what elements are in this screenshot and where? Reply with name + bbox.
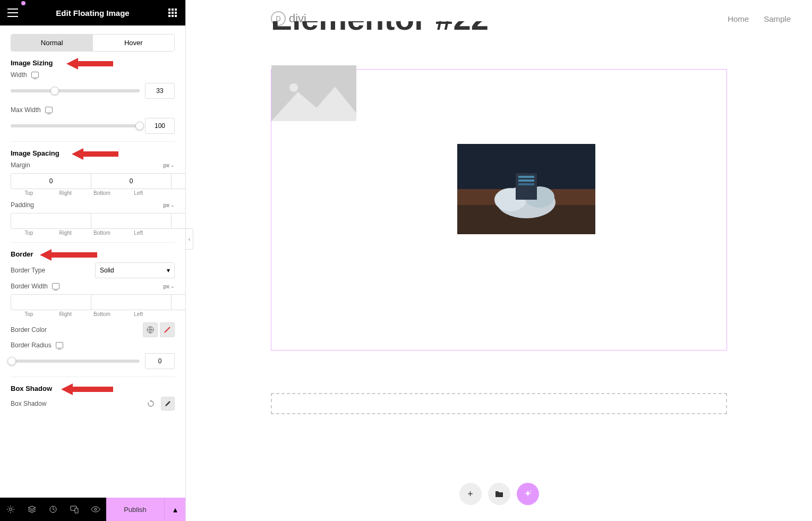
- border-width-inputs: [11, 294, 175, 310]
- panel-body[interactable]: Normal Hover Image Sizing Width Max Widt…: [0, 25, 185, 498]
- border-type-select[interactable]: Solid▾: [95, 262, 175, 278]
- section-image-spacing: Image Spacing: [11, 149, 175, 157]
- svg-rect-18: [75, 508, 78, 513]
- padding-bottom[interactable]: [171, 213, 185, 229]
- tab-hover[interactable]: Hover: [93, 35, 175, 51]
- padding-label: Padding: [11, 201, 34, 209]
- reset-icon[interactable]: [144, 397, 158, 411]
- svg-marker-11: [40, 249, 97, 261]
- state-tabs: Normal Hover: [11, 34, 175, 52]
- margin-label: Margin: [11, 161, 30, 169]
- responsive-icon[interactable]: [45, 107, 53, 113]
- radius-slider[interactable]: [11, 360, 140, 363]
- nav-sample[interactable]: Sample: [764, 14, 791, 23]
- svg-line-13: [165, 327, 170, 332]
- svg-rect-2: [175, 8, 177, 11]
- arrow-annotation: [72, 147, 119, 161]
- margin-top[interactable]: [11, 173, 91, 189]
- margin-unit[interactable]: px⌄: [163, 162, 175, 168]
- padding-inputs: [11, 213, 175, 229]
- arrow-annotation: [40, 248, 98, 262]
- section-image-sizing: Image Sizing: [11, 59, 175, 67]
- sidebar-footer: Publish ▴: [0, 498, 185, 521]
- svg-marker-14: [61, 383, 113, 395]
- box-shadow-label: Box Shadow: [11, 400, 46, 407]
- svg-point-21: [289, 83, 298, 92]
- collapse-handle[interactable]: ‹: [186, 228, 193, 250]
- add-section-icon[interactable]: +: [459, 483, 482, 505]
- svg-rect-29: [518, 176, 534, 178]
- apps-icon[interactable]: [166, 6, 179, 19]
- elementor-section[interactable]: [271, 69, 727, 351]
- globe-icon[interactable]: [143, 322, 158, 337]
- svg-rect-30: [518, 180, 534, 182]
- svg-rect-7: [172, 15, 174, 17]
- panel-title: Edit Floating Image: [56, 8, 129, 18]
- menu-icon[interactable]: [6, 6, 19, 19]
- border-width-unit[interactable]: px⌄: [163, 283, 175, 289]
- padding-top[interactable]: [11, 213, 91, 229]
- padding-right[interactable]: [91, 213, 172, 229]
- tab-normal[interactable]: Normal: [11, 35, 93, 51]
- bw-top[interactable]: [11, 294, 91, 310]
- border-color-label: Border Color: [11, 326, 47, 334]
- empty-section[interactable]: [271, 393, 727, 414]
- section-label: Image Sizing: [11, 59, 53, 67]
- responsive-mode-icon[interactable]: [64, 498, 85, 521]
- maxwidth-slider[interactable]: [11, 124, 140, 127]
- border-radius-label: Border Radius: [11, 341, 63, 349]
- section-label: Border: [11, 250, 33, 258]
- svg-rect-5: [175, 12, 177, 14]
- floating-image[interactable]: [457, 144, 595, 234]
- svg-point-19: [95, 508, 97, 510]
- publish-button[interactable]: Publish: [106, 498, 164, 521]
- elementor-sidebar: Edit Floating Image Normal Hover Image S…: [0, 0, 186, 521]
- site-nav: Home Sample: [728, 14, 791, 23]
- svg-rect-0: [168, 8, 170, 11]
- svg-marker-10: [72, 148, 118, 160]
- border-width-label: Border Width: [11, 283, 59, 290]
- color-swatch[interactable]: [160, 322, 175, 337]
- placeholder-image[interactable]: [271, 65, 356, 121]
- maxwidth-input[interactable]: [145, 118, 175, 134]
- preview-area: ‹ Ddivi Home Sample Elementor #22: [186, 0, 812, 521]
- svg-rect-3: [168, 12, 170, 14]
- ai-icon[interactable]: [517, 483, 539, 505]
- bw-bottom[interactable]: [171, 294, 185, 310]
- history-icon[interactable]: [42, 498, 64, 521]
- width-input[interactable]: [145, 83, 175, 99]
- preview-icon[interactable]: [85, 498, 106, 521]
- nav-home[interactable]: Home: [728, 14, 749, 23]
- responsive-icon[interactable]: [56, 342, 63, 348]
- svg-rect-31: [518, 183, 534, 185]
- publish-options[interactable]: ▴: [164, 498, 185, 521]
- sidebar-header: Edit Floating Image: [0, 0, 185, 25]
- svg-rect-1: [172, 8, 174, 11]
- arrow-annotation: [61, 382, 114, 396]
- section-box-shadow: Box Shadow: [11, 385, 175, 392]
- section-label: Image Spacing: [11, 149, 59, 157]
- radius-input[interactable]: [145, 353, 175, 369]
- responsive-icon[interactable]: [31, 72, 39, 78]
- padding-unit[interactable]: px⌄: [163, 202, 175, 208]
- folder-icon[interactable]: [488, 483, 510, 505]
- navigator-icon[interactable]: [21, 498, 42, 521]
- width-slider[interactable]: [11, 89, 140, 92]
- responsive-icon[interactable]: [52, 283, 59, 289]
- svg-point-15: [10, 508, 12, 511]
- border-type-label: Border Type: [11, 267, 45, 274]
- bw-right[interactable]: [91, 294, 172, 310]
- margin-inputs: [11, 173, 175, 189]
- page-title: Elementor #22: [186, 21, 812, 37]
- maxwidth-label: Max Width: [11, 106, 53, 114]
- fab-toolbar: +: [459, 483, 539, 505]
- margin-right[interactable]: [91, 173, 172, 189]
- svg-rect-4: [172, 12, 174, 14]
- margin-bottom[interactable]: [171, 173, 185, 189]
- edit-icon[interactable]: [161, 397, 175, 411]
- width-label: Width: [11, 71, 39, 79]
- section-label: Box Shadow: [11, 385, 52, 392]
- svg-marker-9: [66, 58, 113, 70]
- settings-icon[interactable]: [0, 498, 21, 521]
- arrow-annotation: [66, 57, 114, 71]
